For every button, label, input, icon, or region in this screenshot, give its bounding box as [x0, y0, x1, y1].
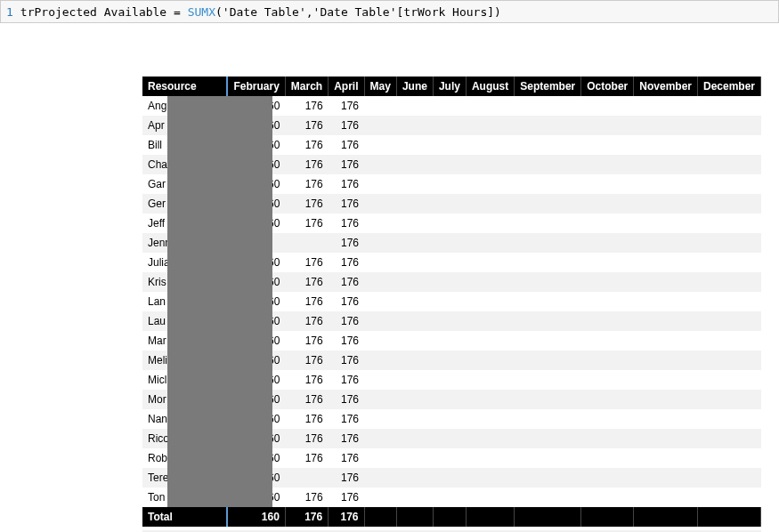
value-cell [581, 488, 634, 507]
value-cell [466, 135, 514, 155]
value-cell [433, 96, 466, 116]
value-cell [697, 409, 760, 429]
value-cell [634, 448, 698, 468]
value-cell [634, 96, 698, 116]
value-cell [515, 155, 581, 174]
value-cell [364, 194, 396, 214]
value-cell [697, 331, 760, 351]
value-cell: 176 [329, 174, 364, 194]
value-cell: 176 [285, 135, 328, 155]
table-row[interactable]: Bill160176176 [142, 135, 761, 155]
value-cell [581, 253, 634, 272]
table-row[interactable]: Julia160176176 [142, 253, 761, 272]
table-row[interactable]: Apr160176176 [142, 116, 761, 135]
value-cell: 160 [227, 96, 285, 116]
value-cell: 176 [329, 155, 364, 174]
value-cell [396, 174, 433, 194]
table-row[interactable]: Meli160176176 [142, 351, 761, 370]
table-row[interactable]: Mar160176176 [142, 331, 761, 351]
column-header-month[interactable]: March [285, 77, 328, 96]
resource-name-cell: Mar [142, 331, 227, 351]
table-row[interactable]: Rob160176176 [142, 448, 761, 468]
value-cell [581, 174, 634, 194]
value-cell: 176 [329, 331, 364, 351]
resource-name-cell: Micl [142, 370, 227, 390]
table-row[interactable]: Jenn176 [142, 233, 761, 253]
value-cell [466, 311, 514, 331]
value-cell: 176 [285, 174, 328, 194]
table-row[interactable]: Micl160176176 [142, 370, 761, 390]
value-cell [466, 390, 514, 409]
value-cell [466, 292, 514, 311]
value-cell [581, 370, 634, 390]
value-cell [364, 272, 396, 292]
value-cell [396, 96, 433, 116]
table-row[interactable]: Ang160176176 [142, 96, 761, 116]
table-row[interactable]: Ger160176176 [142, 194, 761, 214]
value-cell: 176 [285, 292, 328, 311]
column-header-month[interactable]: September [515, 77, 581, 96]
value-cell: 176 [285, 488, 328, 507]
value-cell: 176 [329, 351, 364, 370]
matrix-table[interactable]: Resource FebruaryMarchAprilMayJuneJulyAu… [142, 77, 761, 527]
value-cell [697, 155, 760, 174]
value-cell [697, 116, 760, 135]
value-cell [634, 116, 698, 135]
value-cell [396, 253, 433, 272]
value-cell [396, 214, 433, 233]
value-cell [466, 331, 514, 351]
value-cell [697, 370, 760, 390]
table-row[interactable]: Rico160176176 [142, 429, 761, 448]
table-row[interactable]: Lau160176176 [142, 311, 761, 331]
value-cell [396, 292, 433, 311]
column-header-month[interactable]: February [227, 77, 285, 96]
formula-line-number: 1 [6, 5, 13, 19]
value-cell [515, 351, 581, 370]
value-cell: 160 [227, 448, 285, 468]
table-row[interactable]: Nan160176176 [142, 409, 761, 429]
value-cell: 176 [329, 135, 364, 155]
matrix-visual[interactable]: Resource FebruaryMarchAprilMayJuneJulyAu… [142, 77, 761, 532]
formula-bar[interactable]: 1 trProjected Available = SUMX('Date Tab… [0, 0, 779, 23]
total-value-cell: 176 [285, 507, 328, 527]
value-cell: 176 [329, 390, 364, 409]
formula-text[interactable]: trProjected Available = SUMX('Date Table… [20, 5, 501, 19]
table-row[interactable]: Cha160176176 [142, 155, 761, 174]
value-cell [433, 448, 466, 468]
table-row[interactable]: Gar160176176 [142, 174, 761, 194]
value-cell: 160 [227, 488, 285, 507]
column-header-month[interactable]: July [433, 77, 466, 96]
table-row[interactable]: Jeff160176176 [142, 214, 761, 233]
value-cell [433, 488, 466, 507]
column-header-resource[interactable]: Resource [142, 77, 227, 96]
table-row[interactable]: Ton160176176 [142, 488, 761, 507]
value-cell [396, 351, 433, 370]
value-cell [433, 233, 466, 253]
column-header-month[interactable]: June [396, 77, 433, 96]
value-cell: 160 [227, 194, 285, 214]
value-cell: 160 [227, 292, 285, 311]
column-header-month[interactable]: April [329, 77, 364, 96]
value-cell [581, 272, 634, 292]
column-header-month[interactable]: May [364, 77, 396, 96]
resource-name-cell: Lau [142, 311, 227, 331]
value-cell [697, 272, 760, 292]
table-row[interactable]: Kris160176176 [142, 272, 761, 292]
value-cell [515, 96, 581, 116]
column-header-month[interactable]: August [466, 77, 514, 96]
value-cell [515, 331, 581, 351]
table-row[interactable]: Mor160176176 [142, 390, 761, 409]
value-cell [466, 174, 514, 194]
column-header-month[interactable]: October [581, 77, 634, 96]
resource-name-cell: Jenn [142, 233, 227, 253]
value-cell [364, 370, 396, 390]
value-cell: 160 [227, 116, 285, 135]
value-cell [634, 331, 698, 351]
table-row[interactable]: Lan160176176 [142, 292, 761, 311]
value-cell [364, 292, 396, 311]
column-header-month[interactable]: December [697, 77, 760, 96]
resource-name-cell: Rob [142, 448, 227, 468]
column-header-month[interactable]: November [634, 77, 698, 96]
total-value-cell [433, 507, 466, 527]
table-row[interactable]: Tere160176 [142, 468, 761, 488]
